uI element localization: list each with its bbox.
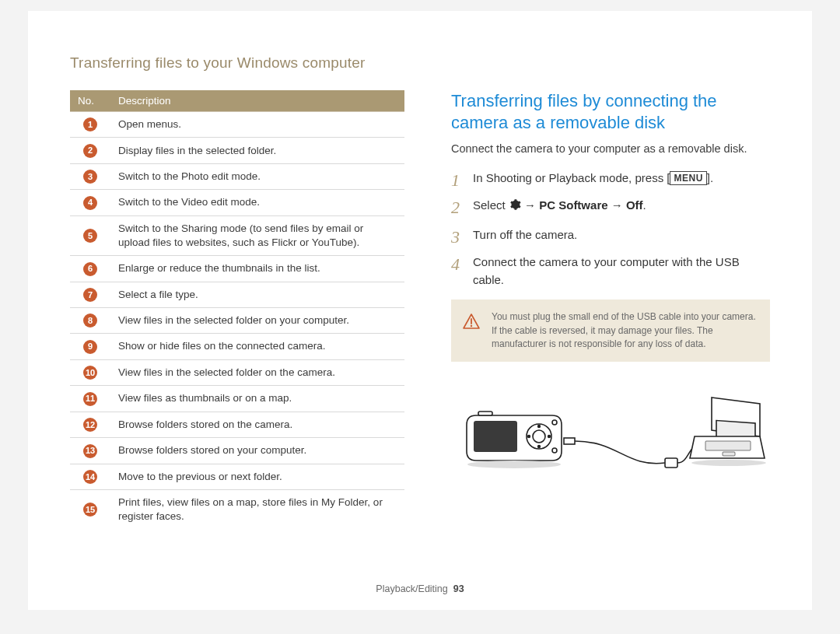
row-description: Print files, view files on a map, store … bbox=[110, 489, 404, 529]
row-number-cell: 12 bbox=[70, 412, 110, 437]
table-row: 5Switch to the Sharing mode (to send fil… bbox=[70, 215, 404, 255]
table-row: 13Browse folders stored on your computer… bbox=[70, 438, 404, 464]
table-row: 4Switch to the Video edit mode. bbox=[70, 190, 404, 215]
table-row: 3Switch to the Photo edit mode. bbox=[70, 163, 404, 189]
step-text: → bbox=[521, 198, 539, 212]
number-bullet-icon: 10 bbox=[83, 366, 97, 380]
number-bullet-icon: 7 bbox=[83, 288, 97, 302]
row-description: Switch to the Video edit mode. bbox=[110, 190, 404, 215]
svg-point-7 bbox=[527, 435, 530, 438]
row-number-cell: 14 bbox=[70, 464, 110, 489]
svg-point-5 bbox=[537, 425, 541, 428]
row-number-cell: 8 bbox=[70, 307, 110, 333]
description-table: No. Description 1Open menus.2Display fil… bbox=[70, 90, 404, 529]
row-description: Browse folders stored on the camera. bbox=[110, 412, 404, 437]
section-intro: Connect the camera to your computer as a… bbox=[451, 142, 770, 155]
step-strong: Off bbox=[626, 198, 643, 212]
row-description: Enlarge or reduce the thumbnails in the … bbox=[110, 256, 404, 282]
step-1: In Shooting or Playback mode, press [MEN… bbox=[451, 169, 770, 187]
row-description: Display files in the selected folder. bbox=[110, 138, 404, 163]
th-desc: Description bbox=[110, 90, 404, 112]
number-bullet-icon: 3 bbox=[83, 170, 97, 184]
number-bullet-icon: 11 bbox=[83, 392, 97, 406]
svg-point-9 bbox=[552, 420, 557, 425]
row-description: View files as thumbnails or on a map. bbox=[110, 386, 404, 412]
table-row: 14Move to the previous or next folder. bbox=[70, 464, 404, 489]
right-column: Transferring files by connecting the cam… bbox=[451, 90, 770, 529]
number-bullet-icon: 6 bbox=[83, 262, 97, 276]
manual-page: Transferring files to your Windows compu… bbox=[28, 11, 812, 610]
row-description: View files in the selected folder on you… bbox=[110, 307, 404, 333]
row-number-cell: 2 bbox=[70, 138, 110, 163]
usb-cable-icon bbox=[564, 438, 709, 468]
number-bullet-icon: 13 bbox=[83, 444, 97, 458]
number-bullet-icon: 9 bbox=[83, 340, 97, 354]
caution-note: You must plug the small end of the USB c… bbox=[451, 299, 770, 362]
table-row: 8View files in the selected folder on yo… bbox=[70, 307, 404, 333]
row-number-cell: 1 bbox=[70, 112, 110, 138]
row-number-cell: 9 bbox=[70, 334, 110, 359]
left-column: No. Description 1Open menus.2Display fil… bbox=[70, 90, 404, 529]
row-description: Move to the previous or next folder. bbox=[110, 464, 404, 489]
svg-point-6 bbox=[537, 445, 541, 448]
svg-point-8 bbox=[548, 435, 551, 438]
svg-rect-17 bbox=[705, 441, 751, 450]
step-2: Select → PC Software → Off. bbox=[451, 196, 770, 215]
svg-rect-2 bbox=[474, 421, 517, 452]
row-number-cell: 11 bbox=[70, 386, 110, 412]
step-4: Connect the camera to your computer with… bbox=[451, 253, 770, 289]
row-number-cell: 6 bbox=[70, 256, 110, 282]
svg-point-10 bbox=[552, 448, 557, 453]
footer-page-number: 93 bbox=[453, 583, 464, 594]
step-text: Select bbox=[473, 198, 509, 212]
step-3: Turn off the camera. bbox=[451, 226, 770, 243]
row-description: Show or hide files on the connected came… bbox=[110, 334, 404, 359]
table-row: 12Browse folders stored on the camera. bbox=[70, 412, 404, 437]
number-bullet-icon: 2 bbox=[83, 144, 97, 158]
number-bullet-icon: 8 bbox=[83, 313, 97, 328]
page-footer: Playback/Editing 93 bbox=[28, 583, 812, 594]
svg-rect-13 bbox=[564, 438, 575, 444]
step-text: → bbox=[608, 198, 626, 212]
table-row: 1Open menus. bbox=[70, 112, 404, 138]
svg-point-12 bbox=[467, 461, 561, 468]
note-text: You must plug the small end of the USB c… bbox=[492, 311, 756, 349]
row-description: View files in the selected folder on the… bbox=[110, 359, 404, 385]
svg-point-19 bbox=[691, 460, 766, 466]
two-column-layout: No. Description 1Open menus.2Display fil… bbox=[70, 90, 770, 529]
camera-icon bbox=[467, 412, 562, 468]
table-row: 10View files in the selected folder on t… bbox=[70, 359, 404, 385]
section-title: Transferring files by connecting the cam… bbox=[451, 90, 770, 133]
row-number-cell: 7 bbox=[70, 282, 110, 307]
warning-triangle-icon bbox=[462, 312, 481, 335]
row-number-cell: 3 bbox=[70, 163, 110, 189]
table-row: 11View files as thumbnails or on a map. bbox=[70, 386, 404, 412]
page-header: Transferring files to your Windows compu… bbox=[70, 54, 770, 72]
number-bullet-icon: 1 bbox=[83, 117, 97, 131]
step-text: . bbox=[643, 198, 646, 212]
row-number-cell: 5 bbox=[70, 215, 110, 255]
svg-rect-11 bbox=[478, 412, 492, 415]
number-bullet-icon: 14 bbox=[83, 470, 97, 484]
svg-point-1 bbox=[471, 325, 472, 327]
step-text: ]. bbox=[707, 171, 713, 184]
numbered-steps: In Shooting or Playback mode, press [MEN… bbox=[451, 169, 770, 289]
number-bullet-icon: 5 bbox=[83, 229, 97, 243]
table-row: 9Show or hide files on the connected cam… bbox=[70, 334, 404, 359]
step-text: In Shooting or Playback mode, press [ bbox=[473, 171, 670, 184]
number-bullet-icon: 4 bbox=[83, 196, 97, 210]
step-strong: PC Software bbox=[539, 198, 607, 212]
table-row: 2Display files in the selected folder. bbox=[70, 138, 404, 163]
svg-rect-18 bbox=[723, 452, 735, 456]
camera-to-laptop-illustration bbox=[451, 382, 770, 483]
svg-rect-14 bbox=[665, 458, 677, 468]
footer-section: Playback/Editing bbox=[376, 583, 447, 594]
row-description: Select a file type. bbox=[110, 282, 404, 307]
row-description: Open menus. bbox=[110, 112, 404, 138]
table-row: 15Print files, view files on a map, stor… bbox=[70, 489, 404, 529]
number-bullet-icon: 15 bbox=[83, 503, 97, 517]
row-description: Browse folders stored on your computer. bbox=[110, 438, 404, 464]
row-number-cell: 15 bbox=[70, 489, 110, 529]
laptop-icon bbox=[690, 398, 766, 466]
svg-point-4 bbox=[533, 430, 545, 443]
